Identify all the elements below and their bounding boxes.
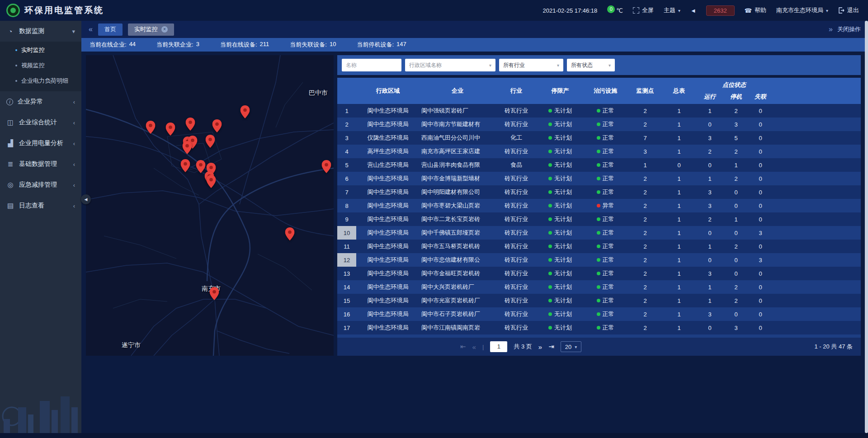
region-filter-select[interactable]: 行政区域名称 ▾: [405, 59, 495, 71]
sidebar-item-power-load-detail[interactable]: 企业电力负荷明细: [0, 73, 81, 89]
table-row[interactable]: 14 阆中生态环境局 阆中大兴页岩机砖厂 砖瓦行业 无计划 正常 2 1 1 2…: [337, 280, 861, 294]
close-operations-button[interactable]: » 关闭操作: [829, 25, 861, 33]
table-row[interactable]: 4 高坪生态环境局 南充市高坪区王家店建 砖瓦行业 无计划 正常 3 1 2 2…: [337, 145, 861, 158]
cell-total-meter: 1: [663, 280, 695, 294]
status-dot-icon: [597, 258, 600, 262]
cell-filler: [773, 104, 861, 118]
map-pin[interactable]: [285, 227, 295, 242]
table-row[interactable]: 17 阆中生态环境局 阆中市江南镇阆南页岩 砖瓦行业 无计划 正常 2 1 0 …: [337, 321, 861, 334]
map-pin[interactable]: [205, 135, 215, 150]
tabs-scroll-left-icon[interactable]: «: [89, 25, 93, 33]
collapse-panel-button[interactable]: ◀: [81, 194, 91, 204]
org-dropdown[interactable]: 南充市生态环境局 ▾: [776, 6, 828, 14]
status-dot-icon: [548, 312, 552, 316]
fullscreen-icon: [633, 7, 639, 14]
chevron-left-icon: ‹: [73, 119, 75, 126]
cell-company: 阆中市忠信建材有限公: [420, 253, 495, 267]
speaker-icon[interactable]: ◄: [690, 7, 696, 14]
status-dot-icon: [548, 122, 552, 126]
status-filter-select[interactable]: 所有状态 ▾: [567, 59, 615, 71]
table-row[interactable]: 3 仪陇生态环境局 西南油气田分公司川中 化工 无计划 正常 7 1 3 5 0: [337, 131, 861, 145]
table-row[interactable]: 15 阆中生态环境局 阆中市光富页岩机砖厂 砖瓦行业 无计划 正常 2 1 1 …: [337, 294, 861, 307]
table-row[interactable]: 8 阆中生态环境局 阆中市枣碧大梁山页岩 砖瓦行业 无计划 异常 2 1 3 0…: [337, 199, 861, 212]
sidebar-group-power-analysis[interactable]: ▟ 企业用电量分析 ‹: [0, 133, 81, 154]
cell-region: 阆中生态环境局: [356, 104, 420, 118]
status-dot-icon: [548, 204, 552, 207]
next-page-button[interactable]: »: [538, 343, 542, 351]
prev-page-button[interactable]: «: [472, 343, 476, 351]
cell-company: 阆中市五马桥页岩机砖: [420, 240, 495, 253]
table-row[interactable]: 10 阆中生态环境局 阆中千佛镇五郎垭页岩 砖瓦行业 无计划 正常 2 1 0 …: [337, 226, 861, 240]
table-row[interactable]: 1 阆中生态环境局 阆中强锐页岩砖厂 砖瓦行业 无计划 正常 2 1 1 2 0: [337, 104, 861, 118]
map-pin[interactable]: [210, 287, 219, 302]
sidebar-group-base-data[interactable]: ≣ 基础数据管理 ‹: [0, 154, 81, 174]
map-pin[interactable]: [321, 160, 331, 175]
chevron-down-icon: ▾: [575, 344, 577, 349]
close-tab-icon[interactable]: ×: [161, 26, 168, 33]
table-row[interactable]: 18 南部生态环境局 南部县升钟页岩砖有限 砖瓦行业 无计划 正常 2 1 0 …: [337, 334, 861, 338]
table-row[interactable]: 12 阆中生态环境局 阆中市忠信建材有限公 砖瓦行业 无计划 正常 2 1 0 …: [337, 253, 861, 267]
table-row[interactable]: 9 阆中生态环境局 阆中市二龙长宝页岩砖 砖瓦行业 无计划 正常 2 1 2 1…: [337, 212, 861, 226]
table-row[interactable]: 6 阆中生态环境局 阆中市金博瑞新型墙材 砖瓦行业 无计划 正常 2 1 1 2…: [337, 172, 861, 185]
page-number-input[interactable]: 1: [490, 341, 507, 352]
theme-dropdown[interactable]: 主题 ▾: [664, 6, 680, 14]
status-dot-icon: [597, 326, 600, 330]
sidebar-group-enterprise-anomaly[interactable]: i 企业异常 ‹: [0, 91, 81, 112]
theme-label: 主题: [664, 6, 675, 14]
logout-icon: [838, 7, 844, 14]
cell-monitor-points: 2: [627, 104, 663, 118]
table-row[interactable]: 2 阆中生态环境局 阆中市南方节能建材有 砖瓦行业 无计划 正常 2 1 0 3…: [337, 118, 861, 131]
table-row[interactable]: 13 阆中生态环境局 阆中市金福旺页岩机砖 砖瓦行业 无计划 正常 2 1 3 …: [337, 267, 861, 280]
col-total-meter: 总表: [663, 78, 695, 104]
stat-offline-devices: 当前失联设备: 10: [290, 41, 336, 49]
cell-lost: 0: [748, 280, 773, 294]
table-row[interactable]: 7 阆中生态环境局 阆中明阳建材有限公司 砖瓦行业 无计划 正常 2 1 3 0…: [337, 185, 861, 199]
scrollbar[interactable]: [865, 21, 868, 433]
cell-stop: 1: [724, 212, 748, 226]
tab-realtime-monitor[interactable]: 实时监控 ×: [128, 24, 174, 36]
alarm-count-badge[interactable]: 2632: [706, 5, 735, 16]
map-pin[interactable]: [212, 119, 222, 134]
map-container[interactable]: 巴中市南充市遂宁市 ◀: [86, 55, 334, 356]
cell-total-meter: 1: [663, 172, 695, 185]
map-pin[interactable]: [240, 105, 250, 120]
sidebar-group-enterprise-statistics[interactable]: ◫ 企业综合统计 ‹: [0, 112, 81, 133]
first-page-button[interactable]: ⇤: [460, 343, 466, 351]
cell-limit-production: 无计划: [537, 226, 583, 240]
cell-region: 高坪生态环境局: [356, 145, 420, 158]
tab-bar: « 首页 实时监控 × » 关闭操作: [81, 21, 868, 38]
table-row[interactable]: 16 阆中生态环境局 阆中市石子页岩机砖厂 砖瓦行业 无计划 正常 2 1 3 …: [337, 307, 861, 321]
map-pin[interactable]: [186, 118, 195, 132]
fullscreen-button[interactable]: 全屏: [633, 6, 654, 14]
tab-home[interactable]: 首页: [98, 24, 123, 36]
temperature-unit-label: ℃: [616, 7, 623, 14]
map-pin[interactable]: [166, 122, 175, 137]
map-pin[interactable]: [206, 175, 216, 190]
table-row[interactable]: 5 营山生态环境局 营山县润丰肉食品有限 食品 无计划 正常 1 0 0 1 0: [337, 158, 861, 172]
cell-pollution-facility: 正常: [583, 145, 627, 158]
last-page-button[interactable]: ⇥: [548, 343, 554, 351]
map-pin[interactable]: [146, 121, 156, 136]
cell-pollution-facility: 正常: [583, 131, 627, 145]
sidebar-item-video-monitor[interactable]: 视频监控: [0, 58, 81, 73]
chevron-down-icon: ▾: [678, 8, 680, 13]
help-button[interactable]: ☎ 帮助: [745, 6, 766, 14]
table-row[interactable]: 11 阆中生态环境局 阆中市五马桥页岩机砖 砖瓦行业 无计划 正常 2 1 1 …: [337, 240, 861, 253]
industry-filter-select[interactable]: 所有行业 ▾: [499, 59, 563, 71]
status-dot-icon: [548, 217, 552, 221]
map-pin[interactable]: [182, 141, 192, 156]
cell-company: 南充市高坪区王家店建: [420, 145, 495, 158]
map-pin[interactable]: [181, 159, 190, 174]
sidebar-group-data-monitoring[interactable]: ◔ 数据监测 ▾: [0, 21, 81, 42]
row-index: 1: [337, 104, 356, 118]
sidebar-group-log-view[interactable]: ▤ 日志查看 ‹: [0, 195, 81, 216]
page-size-select[interactable]: 20 ▾: [561, 341, 582, 352]
sidebar-group-emergency-reduction[interactable]: ◎ 应急减排管理 ‹: [0, 174, 81, 195]
cell-stop: 3: [724, 118, 748, 131]
map-pin[interactable]: [196, 160, 206, 175]
sidebar-item-realtime-monitor[interactable]: 实时监控: [0, 42, 81, 58]
cell-lost: 0: [748, 294, 773, 307]
logout-button[interactable]: 退出: [838, 6, 859, 14]
cell-industry: 砖瓦行业: [495, 104, 537, 118]
name-filter-input[interactable]: 名称: [342, 59, 401, 71]
